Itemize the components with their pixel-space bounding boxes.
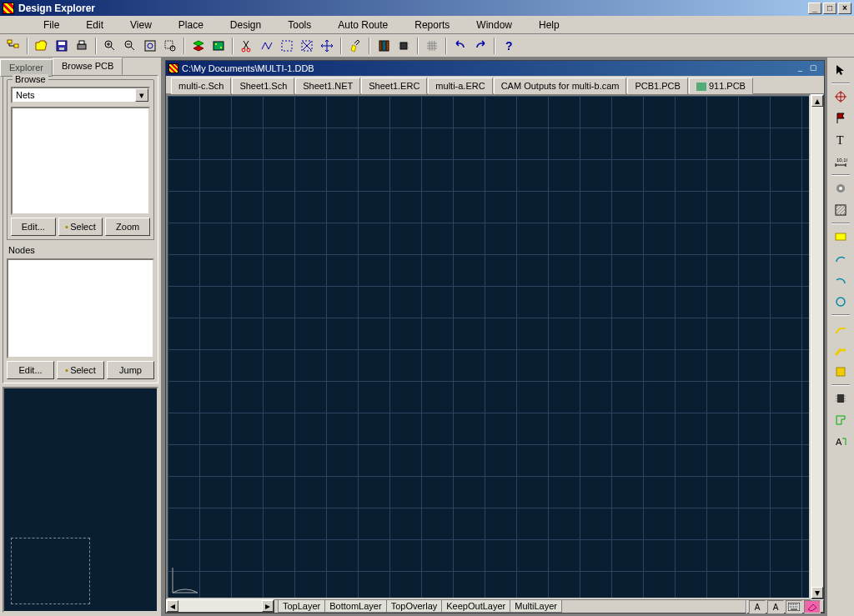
select-button-2[interactable]: ▪Select [57,361,104,379]
scroll-down-icon[interactable]: ▾ [811,587,823,598]
select-rect-icon[interactable] [279,38,295,54]
nodes-listbox[interactable] [7,258,154,358]
grid-icon[interactable] [424,38,440,54]
svg-rect-0 [8,40,12,43]
menu-file[interactable]: File [33,18,69,33]
wire-icon[interactable] [259,38,275,54]
edit-button-2[interactable]: Edit... [7,361,54,379]
maximize-button[interactable]: □ [823,3,836,14]
scroll-left-icon[interactable]: ◂ [167,600,178,612]
svg-text:T: T [836,134,844,147]
origin-tool-icon[interactable] [831,88,850,106]
file-tab[interactable]: CAM Outputs for multi-b.cam [494,78,627,94]
menu-reports[interactable]: Reports [404,18,460,33]
cut-icon[interactable] [239,38,255,54]
svg-point-30 [839,187,842,190]
scroll-up-icon[interactable]: ▴ [811,95,823,107]
minimap[interactable] [3,387,158,613]
file-tab[interactable]: 911.PCB [689,78,753,94]
file-tab[interactable]: Sheet1.ERC [361,78,427,94]
highlight-icon[interactable] [347,38,364,54]
save-icon[interactable] [53,38,70,54]
layer-tab[interactable]: BottomLayer [324,600,386,613]
menu-help[interactable]: Help [529,18,570,33]
component-icon[interactable] [395,38,412,54]
vertical-scrollbar[interactable]: ▴ ▾ [811,94,824,599]
file-tab[interactable]: Sheet1.NET [295,78,360,94]
redo-icon[interactable] [472,38,489,54]
svg-point-14 [215,43,217,45]
scroll-right-icon[interactable]: ▸ [262,600,274,612]
tab-browse-pcb[interactable]: Browse PCB [53,58,123,75]
minimize-button[interactable]: _ [808,3,821,14]
status-keyboard-icon[interactable] [786,600,802,613]
titlebar: Design Explorer _ □ × [0,0,854,16]
layer-tab[interactable]: TopOverlay [386,600,443,613]
dimension-tool-icon[interactable]: 10,10 [831,153,850,171]
edit-button-1[interactable]: Edit... [11,218,56,236]
circle-tool-icon[interactable] [831,293,850,311]
undo-icon[interactable] [452,38,469,54]
line-tool-icon[interactable] [831,319,850,338]
menu-auto-route[interactable]: Auto Route [328,18,398,33]
file-tab[interactable]: Sheet1.Sch [232,78,294,94]
ic-tool-icon[interactable] [831,389,850,408]
menu-place[interactable]: Place [168,18,214,33]
jump-button[interactable]: Jump [107,361,154,379]
via-tool-icon[interactable] [831,179,850,198]
arrow-tool-icon[interactable] [831,61,850,79]
file-tab[interactable]: PCB1.PCB [627,78,687,94]
track-tool-icon[interactable] [831,341,850,359]
move-icon[interactable] [319,38,335,54]
horizontal-scrollbar[interactable]: ◂ ▸ [166,599,274,613]
file-tab[interactable]: multi-c.Sch [171,78,231,94]
arc-cw-tool-icon[interactable] [831,249,850,268]
app-title: Design Explorer [18,3,806,14]
browse-combo[interactable]: Nets ▾ [11,87,150,103]
doc-minimize-button[interactable]: _ [798,63,810,73]
nodes-label: Nodes [7,245,154,255]
flag-tool-icon[interactable] [831,109,850,128]
browse-legend: Browse [13,74,48,84]
doc-maximize-button[interactable]: ▢ [810,63,821,73]
rect-tool-icon[interactable] [831,228,850,246]
zoom-fit-icon[interactable] [142,38,158,54]
text-tool-icon[interactable]: T [831,131,850,149]
menu-view[interactable]: View [120,18,162,33]
help-icon[interactable]: ? [500,38,517,54]
library-icon[interactable] [375,38,392,54]
svg-point-10 [148,43,153,48]
zoom-button[interactable]: Zoom [105,218,150,236]
menu-window[interactable]: Window [466,18,522,33]
board-icon[interactable] [210,38,227,54]
net-tool-icon[interactable] [831,411,850,429]
select-button-1[interactable]: ▪Select [58,218,103,236]
menu-edit[interactable]: Edit [76,18,113,33]
svg-point-15 [220,47,222,48]
hierarchy-icon[interactable] [5,38,22,54]
print-icon[interactable] [73,38,90,54]
svg-rect-21 [383,41,385,51]
pad-tool-icon[interactable] [831,363,850,381]
menu-tools[interactable]: Tools [278,18,321,33]
hatch-tool-icon[interactable] [831,201,850,219]
layers-icon[interactable] [190,38,207,54]
zoom-in-icon[interactable] [102,38,118,54]
nets-listbox[interactable] [11,107,150,215]
deselect-icon[interactable] [299,38,315,54]
layer-tab[interactable]: TopLayer [278,600,325,613]
layer-tab[interactable]: KeepOutLayer [441,600,510,613]
zoom-selection-icon[interactable] [162,38,178,54]
label-tool-icon[interactable]: A [831,433,850,451]
svg-text:?: ? [505,39,513,53]
zoom-out-icon[interactable] [122,38,138,54]
close-button[interactable]: × [838,3,851,14]
open-icon[interactable] [33,38,50,54]
status-eraser-icon[interactable] [804,600,821,613]
chevron-down-icon[interactable]: ▾ [135,88,148,102]
pcb-canvas[interactable] [166,94,811,599]
menu-design[interactable]: Design [220,18,271,33]
layer-tab[interactable]: MultiLayer [510,600,562,613]
file-tab[interactable]: multi-a.ERC [428,78,492,94]
arc-ccw-tool-icon[interactable] [831,271,850,289]
